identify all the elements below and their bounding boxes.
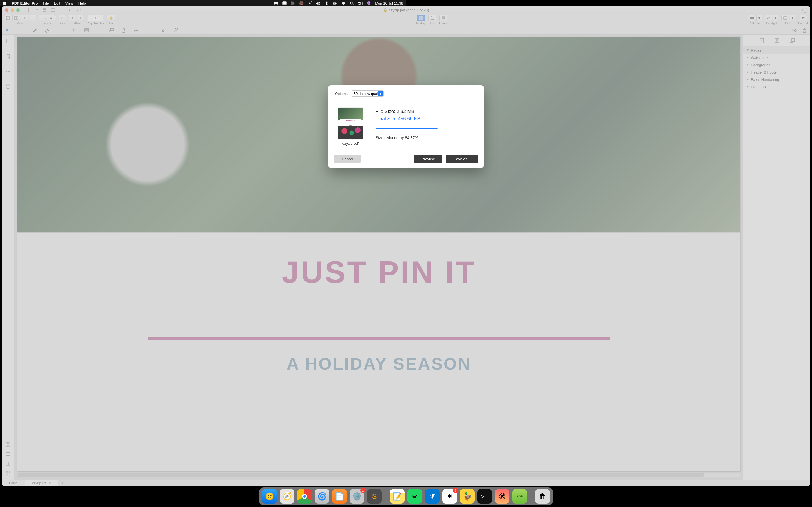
compress-dialog: Options 50 dpi low quality JUST PIN ITA … [328,86,406,168]
input-source-icon[interactable]: A [308,1,312,5]
file-menu[interactable]: File [43,1,49,5]
dropbox-status-icon[interactable] [274,1,278,6]
mac-menubar: PDF Editor Pro File Edit View Help 🐘 🐻 A… [0,0,406,6]
spotlight-icon[interactable] [350,1,354,6]
apple-logo-icon[interactable] [3,1,7,6]
svg-rect-4 [337,3,337,4]
progress-bar [375,128,406,129]
svg-rect-1 [283,2,286,4]
help-menu[interactable]: Help [79,1,86,5]
clock[interactable]: Mon 10 Jul 15:38 [375,1,403,5]
svg-rect-7 [358,2,360,3]
edit-menu[interactable]: Edit [54,1,60,5]
file-size-line: File Size: 2.92 MB [375,109,406,114]
wifi-status-icon[interactable] [341,1,346,6]
bluetooth-status-icon[interactable] [324,1,329,6]
volume-status-icon[interactable] [316,1,320,6]
app-name-menu[interactable]: PDF Editor Pro [12,1,38,5]
cancel-button[interactable]: Cancel [334,155,361,163]
svg-line-6 [353,4,354,5]
svg-point-9 [359,4,360,5]
final-size-line: Final Size:456.60 KB [375,116,406,122]
siri-icon[interactable]: 🔮 [366,1,371,6]
thumbnail-filename: ezyzip.pdf [342,142,359,146]
app-window: 🔒ezyzip.pdf (page 1 of 23) + − View 179%… [2,6,406,253]
options-label: Options [335,92,348,96]
battery-status-icon[interactable] [333,1,337,6]
svg-point-5 [350,2,353,4]
svg-rect-8 [361,2,362,5]
control-center-icon[interactable] [358,1,363,6]
progress-fill [375,128,406,129]
display-status-icon[interactable] [282,1,287,6]
view-menu[interactable]: View [65,1,73,5]
pdf-thumbnail: JUST PIN ITA HOLIDAY SEASON QUICK START … [338,108,363,138]
bear-status-icon[interactable]: 🐻 [299,1,304,6]
size-reduced-line: Size reduced by 84.37% [375,135,406,140]
evernote-status-icon[interactable]: 🐘 [291,1,295,6]
select-stepper-icon[interactable] [378,91,383,96]
